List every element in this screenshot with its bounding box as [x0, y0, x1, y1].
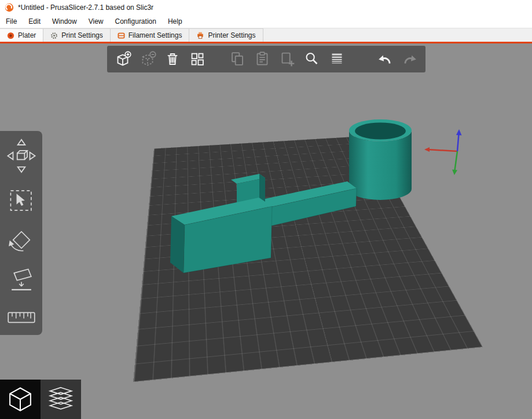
measure-ruler-button[interactable] — [6, 304, 37, 330]
redo-button — [399, 48, 421, 70]
menu-configuration[interactable]: Configuration — [109, 15, 162, 28]
tab-plater[interactable]: Plater — [0, 28, 43, 42]
plater-icon — [7, 32, 14, 39]
variable-layer-height-button[interactable] — [326, 48, 348, 70]
copy-icon — [228, 49, 247, 69]
tab-label: Printer Settings — [208, 31, 255, 39]
3d-editor-view-button[interactable] — [0, 380, 41, 419]
gizmo-toolbar — [0, 131, 42, 335]
arrange-icon — [188, 49, 207, 69]
print-bed — [133, 136, 483, 382]
tab-label: Print Settings — [61, 31, 102, 39]
tabbar: Plater Print Settings Filament Settings — [0, 28, 532, 42]
redo-icon — [400, 49, 420, 69]
gear-icon — [50, 32, 58, 39]
arrange-button[interactable] — [186, 48, 208, 70]
place-on-face-button[interactable] — [6, 264, 37, 296]
menubar: File Edit Window View Configuration Help — [0, 15, 532, 28]
tab-printer-settings[interactable]: Printer Settings — [189, 28, 263, 42]
layer-height-icon — [327, 49, 347, 69]
tab-label: Plater — [18, 31, 36, 39]
sliced-layers-icon — [45, 385, 76, 413]
menu-help[interactable]: Help — [162, 15, 188, 28]
view-switcher — [0, 380, 81, 419]
tab-print-settings[interactable]: Print Settings — [43, 28, 110, 42]
ruler-icon — [6, 304, 37, 330]
delete-object-icon — [138, 49, 157, 69]
add-instance-button — [277, 48, 298, 70]
menu-edit[interactable]: Edit — [23, 15, 46, 28]
3d-view-cube-icon — [5, 384, 35, 414]
undo-icon — [375, 49, 395, 69]
add-object-button[interactable] — [112, 48, 133, 70]
undo-button[interactable] — [375, 48, 396, 70]
viewport-3d[interactable] — [0, 43, 532, 419]
filament-icon — [118, 32, 125, 39]
printer-icon — [196, 31, 204, 39]
rotate-gizmo-icon — [6, 224, 37, 256]
preview-view-button[interactable] — [41, 380, 81, 419]
window-title: *Untitled - PrusaSlicer-2.7.1 based on S… — [18, 3, 153, 12]
select-box-button[interactable] — [6, 185, 37, 216]
search-button[interactable] — [302, 48, 323, 70]
menu-file[interactable]: File — [0, 15, 23, 28]
trash-icon — [163, 49, 182, 69]
tab-label: Filament Settings — [129, 31, 182, 39]
place-on-face-icon — [6, 264, 37, 296]
move-gizmo-button[interactable] — [5, 136, 38, 176]
titlebar: *Untitled - PrusaSlicer-2.7.1 based on S… — [0, 0, 532, 15]
tab-filament-settings[interactable]: Filament Settings — [111, 28, 190, 42]
paste-icon — [252, 49, 272, 69]
axes-indicator — [424, 129, 462, 175]
copy-button — [226, 48, 248, 70]
delete-object-button — [137, 48, 158, 70]
paste-button — [251, 48, 273, 70]
search-icon — [302, 49, 322, 69]
select-box-icon — [6, 185, 37, 216]
add-instance-icon — [277, 49, 297, 69]
move-gizmo-icon — [5, 136, 38, 176]
app-logo-icon — [5, 3, 14, 12]
menu-window[interactable]: Window — [46, 15, 83, 28]
menu-view[interactable]: View — [83, 15, 109, 28]
add-object-icon — [113, 49, 133, 69]
rotate-gizmo-button[interactable] — [6, 224, 37, 256]
object-toolbar — [107, 46, 425, 72]
delete-all-button[interactable] — [162, 48, 183, 70]
prusaslicer-window: *Untitled - PrusaSlicer-2.7.1 based on S… — [0, 0, 532, 419]
